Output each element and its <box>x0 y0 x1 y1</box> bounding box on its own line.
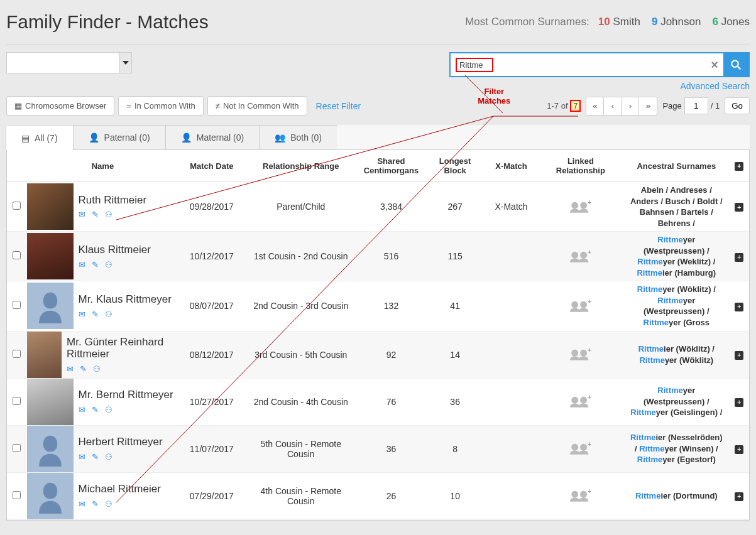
edit-icon[interactable]: ✎ <box>92 210 99 219</box>
common-surnames: Most Common Surnames: 10 Smith9 Johnson6… <box>465 16 750 28</box>
cell-cm: 516 <box>357 232 425 281</box>
tab-both[interactable]: 👥 Both (0) <box>259 125 337 149</box>
match-name[interactable]: Ruth Rittmeier <box>79 194 147 207</box>
email-icon[interactable]: ✉ <box>79 260 85 269</box>
table-row: Michael Rittmeier✉✎⚇07/29/20174th Cousin… <box>7 472 749 519</box>
match-name[interactable]: Mr. Bernd Rittmeyer <box>79 389 173 401</box>
expand-row-icon[interactable]: + <box>735 203 743 212</box>
col-relationship[interactable]: Relationship Range <box>244 150 357 182</box>
female-icon: 👤 <box>181 132 192 143</box>
next-page-button[interactable]: › <box>622 97 639 115</box>
tree-icon[interactable]: ⚇ <box>105 499 112 509</box>
expand-row-icon[interactable]: + <box>735 303 743 311</box>
matches-table: Name Match Date Relationship Range Share… <box>7 150 749 520</box>
tree-icon[interactable]: ⚇ <box>93 364 101 374</box>
match-name[interactable]: Klaus Rittmeier <box>79 244 151 256</box>
avatar <box>27 473 74 519</box>
expand-row-icon[interactable]: + <box>735 398 743 407</box>
match-name[interactable]: Michael Rittmeier <box>79 483 161 495</box>
go-button[interactable]: Go <box>725 97 750 114</box>
row-checkbox[interactable] <box>13 301 21 309</box>
not-equals-icon: ≠ <box>216 101 220 111</box>
cell-xmatch: X-Match <box>485 182 537 232</box>
col-match-date[interactable]: Match Date <box>178 150 244 182</box>
tree-icon[interactable]: ⚇ <box>105 310 112 319</box>
filter-dropdown-input[interactable] <box>7 53 119 73</box>
advanced-search-link[interactable]: Advanced Search <box>680 81 750 91</box>
row-checkbox[interactable] <box>13 491 21 499</box>
clear-search-icon[interactable]: × <box>711 58 718 72</box>
col-longest-block[interactable]: Longest Block <box>425 150 485 182</box>
email-icon[interactable]: ✉ <box>79 210 85 219</box>
in-common-with-button[interactable]: = In Common With <box>118 96 203 116</box>
col-name[interactable]: Name <box>27 150 179 182</box>
expand-row-icon[interactable]: + <box>735 492 743 501</box>
page-number-input[interactable] <box>684 97 708 114</box>
surname-item[interactable]: 10 Smith <box>598 16 640 28</box>
last-page-button[interactable]: » <box>639 97 657 115</box>
cell-linked: + <box>538 472 624 519</box>
svg-text:+: + <box>588 394 591 401</box>
tree-icon[interactable]: ⚇ <box>105 405 112 414</box>
match-name[interactable]: Herbert Rittmeyer <box>79 436 163 448</box>
avatar <box>27 332 62 378</box>
edit-icon[interactable]: ✎ <box>92 260 99 269</box>
table-row: Herbert Rittmeyer✉✎⚇11/07/20175th Cousin… <box>7 425 749 472</box>
row-checkbox[interactable] <box>13 350 21 358</box>
email-icon[interactable]: ✉ <box>79 499 85 509</box>
email-icon[interactable]: ✉ <box>79 310 85 319</box>
cell-block: 8 <box>425 425 485 472</box>
avatar <box>27 426 74 472</box>
match-name[interactable]: Mr. Klaus Rittmeyer <box>79 293 172 306</box>
cell-cm: 92 <box>357 331 425 378</box>
row-checkbox[interactable] <box>13 251 21 259</box>
expand-row-icon[interactable]: + <box>735 253 743 262</box>
tab-paternal[interactable]: 👤 Paternal (0) <box>73 125 165 149</box>
expand-row-icon[interactable]: + <box>735 445 743 454</box>
cell-date: 07/29/2017 <box>178 472 244 519</box>
col-shared-cm[interactable]: Shared Centimorgans <box>357 150 425 182</box>
edit-icon[interactable]: ✎ <box>92 405 99 414</box>
col-ancestral[interactable]: Ancestral Surnames <box>623 150 729 182</box>
not-in-common-with-button[interactable]: ≠ Not In Common With <box>207 96 307 116</box>
surname-item[interactable]: 6 Jones <box>712 16 750 28</box>
first-page-button[interactable]: « <box>586 97 604 115</box>
email-icon[interactable]: ✉ <box>79 405 85 414</box>
email-icon[interactable]: ✉ <box>67 364 74 374</box>
filter-dropdown[interactable] <box>6 52 132 73</box>
reset-filter-link[interactable]: Reset Filter <box>316 101 361 111</box>
tree-icon[interactable]: ⚇ <box>105 452 112 462</box>
search-button[interactable] <box>723 53 748 76</box>
linked-relationship-icon[interactable]: + <box>570 346 591 361</box>
search-input[interactable] <box>456 58 493 72</box>
tree-icon[interactable]: ⚇ <box>105 210 112 219</box>
linked-relationship-icon[interactable]: + <box>570 440 591 455</box>
prev-page-button[interactable]: ‹ <box>604 97 622 115</box>
surname-item[interactable]: 9 Johnson <box>652 16 701 28</box>
edit-icon[interactable]: ✎ <box>92 452 99 462</box>
linked-relationship-icon[interactable]: + <box>570 487 591 502</box>
tree-icon[interactable]: ⚇ <box>105 260 112 269</box>
row-checkbox[interactable] <box>13 397 21 405</box>
col-expand[interactable]: + <box>729 150 749 182</box>
chromosome-browser-button[interactable]: ▦ Chromosome Browser <box>6 96 114 116</box>
row-checkbox[interactable] <box>13 444 21 452</box>
dropdown-caret-icon[interactable] <box>119 53 131 73</box>
expand-row-icon[interactable]: + <box>735 351 743 360</box>
edit-icon[interactable]: ✎ <box>80 364 87 374</box>
tab-maternal[interactable]: 👤 Maternal (0) <box>165 125 259 149</box>
tab-all[interactable]: ▤ All (7) <box>6 126 73 150</box>
linked-relationship-icon[interactable]: + <box>570 393 591 408</box>
svg-text:+: + <box>588 347 591 354</box>
row-checkbox[interactable] <box>13 202 21 210</box>
linked-relationship-icon[interactable]: + <box>570 298 591 313</box>
linked-relationship-icon[interactable]: + <box>570 248 591 263</box>
table-row: Mr. Klaus Rittmeyer✉✎⚇08/07/20172nd Cous… <box>7 281 749 331</box>
email-icon[interactable]: ✉ <box>79 452 85 462</box>
linked-relationship-icon[interactable]: + <box>570 198 591 213</box>
col-xmatch[interactable]: X-Match <box>485 150 537 182</box>
col-linked[interactable]: Linked Relationship <box>538 150 624 182</box>
match-name[interactable]: Mr. Günter Reinhard Rittmeier <box>67 336 173 360</box>
edit-icon[interactable]: ✎ <box>92 310 99 319</box>
edit-icon[interactable]: ✎ <box>92 499 99 509</box>
